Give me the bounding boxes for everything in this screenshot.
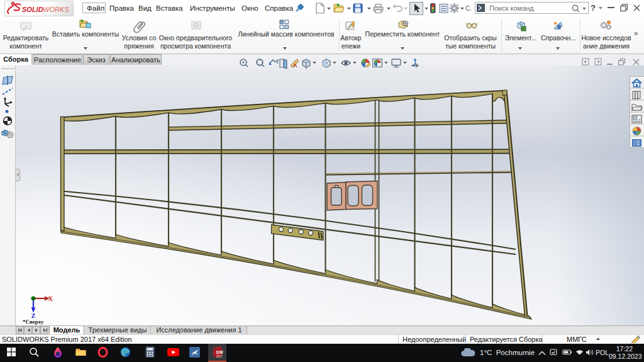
svg-text:WORKS: WORKS	[43, 6, 69, 13]
svg-text:X: X	[48, 295, 53, 302]
svg-text:C..: C..	[465, 5, 472, 12]
svg-text:2017: 2017	[216, 355, 223, 358]
svg-text:*Сверху: *Сверху	[23, 319, 44, 325]
svg-text:SOLID: SOLID	[22, 6, 43, 13]
svg-text:A: A	[293, 62, 297, 69]
svg-text:W: W	[219, 350, 223, 354]
